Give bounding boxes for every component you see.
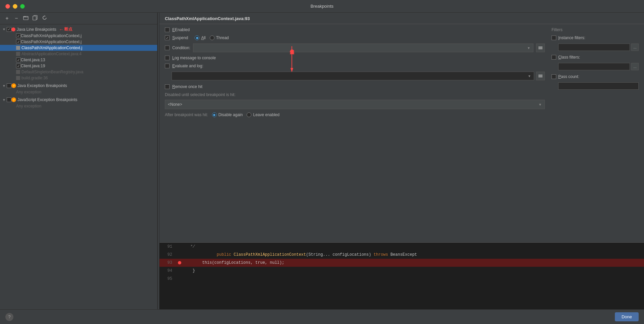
breakpoint-square-icon [16, 52, 20, 56]
code-text: public ClassPathXmlApplicationContext(St… [183, 248, 417, 262]
pass-count-checkbox[interactable] [552, 74, 556, 79]
instance-filters-input[interactable] [558, 44, 630, 51]
condition-more-button[interactable] [536, 44, 545, 52]
maximize-button[interactable] [20, 4, 25, 9]
exception-icon: ⚡ [11, 97, 16, 102]
class-filters-checkbox[interactable] [552, 55, 556, 60]
expand-icon[interactable]: ▼ [1, 27, 7, 32]
code-area: 91 */ 92 public ClassPathXmlApplicationC… [159, 242, 644, 309]
enabled-checkbox[interactable] [165, 27, 170, 32]
breakpoint-marker [178, 261, 181, 264]
copy-icon [33, 15, 38, 22]
list-item[interactable]: Any exception [0, 103, 157, 109]
list-item[interactable]: DefaultSingletonBeanRegistry.java [0, 69, 157, 75]
item-checkbox[interactable] [16, 58, 21, 62]
pass-count-input[interactable] [558, 82, 639, 90]
refresh-button[interactable] [41, 15, 48, 22]
item-checkbox[interactable] [16, 33, 21, 38]
expand-icon[interactable]: ▼ [1, 97, 7, 102]
list-item[interactable]: AbstractApplicationContext.java:4 [0, 51, 157, 57]
leave-enabled-label: Leave enabled [253, 112, 279, 117]
all-label: All [201, 35, 205, 40]
item-checkbox[interactable] [16, 64, 21, 68]
line-number: 93 [159, 260, 176, 265]
breakpoint-square-icon [16, 70, 20, 74]
log-message-row: Log message to console [165, 56, 545, 60]
folder-button[interactable] [22, 15, 29, 22]
thread-radio[interactable]: Thread [210, 35, 229, 40]
list-item[interactable]: ClassPathXmlApplicationContext.j [0, 33, 157, 39]
refresh-icon [42, 15, 47, 22]
group-checkbox[interactable] [7, 83, 11, 88]
suspend-radio-group: All Thread [195, 35, 229, 40]
list-item[interactable]: Client.java:13 [0, 57, 157, 63]
all-radio[interactable]: All [195, 35, 205, 40]
evaluate-more-button[interactable] [536, 72, 545, 80]
line-number: 92 [159, 252, 176, 257]
item-checkbox[interactable] [16, 39, 21, 44]
evaluate-checkbox[interactable] [165, 64, 170, 68]
group-checkbox[interactable] [7, 97, 11, 102]
filters-title: Filters [552, 27, 639, 32]
remove-once-hit-checkbox[interactable] [165, 84, 170, 89]
code-text: } [183, 268, 195, 273]
leave-enabled-radio[interactable]: Leave enabled [247, 112, 279, 117]
evaluate-input-row: ▼ [172, 72, 545, 80]
copy-button[interactable] [31, 15, 39, 22]
filters-column: Filters Instance filters: … Class filter… [552, 27, 639, 239]
svg-marker-3 [45, 15, 46, 16]
java-exception-bp-group[interactable]: ▼ ⚡ Java Exception Breakpoints [0, 82, 157, 89]
breakpoint-file-title: ClassPathXmlApplicationContext.java:93 [165, 16, 250, 21]
right-body: EEnabled Suspend All Thread [159, 24, 644, 242]
suspend-label: Suspend [172, 35, 188, 40]
instance-filters-label: Instance filters: [558, 35, 585, 40]
expand-icon[interactable]: ▼ [1, 83, 7, 88]
log-message-checkbox[interactable] [165, 56, 170, 60]
title-bar: Breakpoints [0, 0, 644, 13]
right-panel: ClassPathXmlApplicationContext.java:93 E… [159, 13, 644, 309]
instance-filters-checkbox[interactable] [552, 35, 556, 40]
pass-count-label: Pass count: [558, 74, 579, 79]
left-toolbar: + − [0, 13, 157, 24]
evaluate-label: Evaluate and log: [172, 64, 203, 68]
remove-button[interactable]: − [13, 15, 20, 22]
all-radio-circle [195, 35, 199, 40]
svg-rect-6 [538, 49, 542, 49]
disabled-until-dropdown[interactable]: <None> ▼ [165, 100, 545, 109]
condition-dropdown[interactable]: ▼ [193, 44, 533, 52]
condition-label: Condition: [172, 46, 190, 50]
more-icon [538, 46, 543, 50]
item-label: Client.java:13 [21, 58, 45, 62]
instance-filters-more-button[interactable]: … [631, 44, 639, 51]
class-filters-input[interactable] [558, 63, 630, 70]
list-item-selected[interactable]: ClassPathXmlApplicationContext.j [0, 45, 157, 51]
settings-column: EEnabled Suspend All Thread [165, 27, 545, 239]
add-button[interactable]: + [3, 15, 11, 22]
class-filters-more-button[interactable]: … [631, 63, 639, 70]
window-title: Breakpoints [311, 4, 334, 9]
list-item[interactable]: ClassPathXmlApplicationContext.j [0, 39, 157, 45]
disabled-until-label: Disabled until selected breakpoint is hi… [165, 92, 545, 97]
help-button[interactable]: ? [5, 313, 13, 321]
group-checkbox[interactable] [7, 27, 11, 32]
java-line-bp-group[interactable]: ▼ Java Line Breakpoints ← 断点 [0, 26, 157, 33]
breakpoint-icon [11, 27, 15, 31]
line-number: 94 [159, 268, 176, 273]
code-text: this(configLocations, true, null); [183, 260, 284, 265]
remove-once-hit-label: Remove once hit [172, 84, 202, 89]
done-button[interactable]: Done [615, 312, 639, 321]
condition-checkbox[interactable] [165, 46, 170, 50]
list-item[interactable]: Any exception [0, 89, 157, 95]
item-label: ClassPathXmlApplicationContext.j [21, 33, 81, 38]
js-exception-bp-group[interactable]: ▼ ⚡ JavaScript Exception Breakpoints [0, 96, 157, 103]
class-filters-input-row: … [558, 63, 639, 70]
disable-again-radio[interactable]: Disable again [212, 112, 243, 117]
close-button[interactable] [5, 4, 10, 9]
after-hit-row: After breakpoint was hit: Disable again … [165, 112, 545, 117]
class-filters-row: Class filters: [552, 55, 639, 60]
list-item[interactable]: build.gradle:36 [0, 75, 157, 81]
suspend-checkbox[interactable] [165, 35, 170, 40]
list-item[interactable]: Client.java:19 [0, 63, 157, 69]
minimize-button[interactable] [13, 4, 17, 9]
evaluate-dropdown[interactable]: ▼ [172, 72, 534, 80]
